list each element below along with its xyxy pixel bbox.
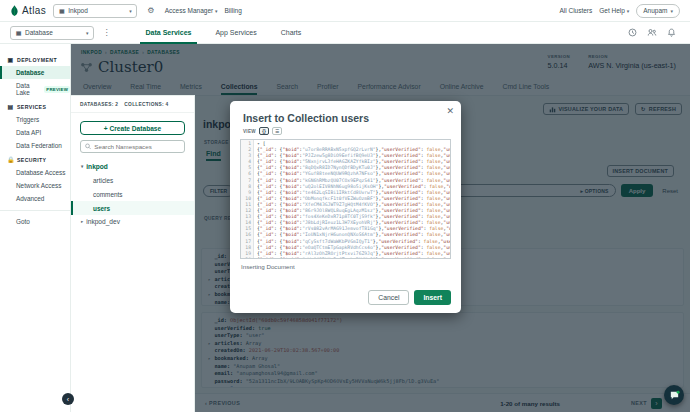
tree-database-inkpod_dev[interactable]: ▸inkpod_dev bbox=[71, 215, 194, 228]
code-token: "use bbox=[443, 178, 450, 183]
sidebar-item-database[interactable]: Database bbox=[0, 66, 70, 79]
insert-button[interactable]: Insert bbox=[414, 290, 451, 305]
code-token: "use bbox=[443, 202, 450, 207]
editor-code[interactable]: ▾ [{"_id": {"$oid":"u7or8eRRABxN5xpfGQ2r… bbox=[254, 140, 450, 258]
sidebar-item-label: Network Access bbox=[16, 182, 61, 189]
code-token: "$oid" bbox=[282, 202, 299, 207]
main-sidebar: ▣DEPLOYMENTDatabaseData LakePREVIEW▤SERV… bbox=[0, 44, 71, 412]
code-token: "_id" bbox=[260, 159, 274, 164]
close-icon[interactable]: ✕ bbox=[446, 106, 454, 116]
code-token: "_id" bbox=[260, 251, 274, 256]
code-token: "userVerified" bbox=[384, 184, 424, 189]
tree-collection-users[interactable]: users bbox=[71, 201, 194, 215]
code-token: "use bbox=[443, 257, 450, 258]
modal-overlay bbox=[71, 44, 690, 95]
sidebar-item-network-access[interactable]: Network Access bbox=[0, 179, 70, 192]
code-token: "_id" bbox=[260, 208, 274, 213]
code-token: false bbox=[426, 257, 440, 258]
code-token: "use bbox=[441, 239, 450, 244]
database-grid-icon: ▦ bbox=[15, 29, 22, 36]
code-token: false bbox=[426, 245, 440, 250]
code-token: "userVerified" bbox=[381, 257, 421, 258]
context-selector[interactable]: ▦ Database ▾ bbox=[10, 26, 94, 40]
code-token: "userVerified" bbox=[381, 159, 421, 164]
code-token: "_id" bbox=[260, 190, 274, 195]
subnav-tab-app-services[interactable]: App Services bbox=[203, 22, 268, 44]
org-grid-icon: ▦ bbox=[58, 7, 65, 14]
bell-icon[interactable] bbox=[667, 28, 676, 37]
code-token: "fos4XeKeDxR71p8TC0TjS9fk" bbox=[302, 214, 375, 219]
collections-panel: DATABASES: 2 COLLECTIONS: 4 + Create Dat… bbox=[71, 95, 195, 412]
sidebar-item-triggers[interactable]: Triggers bbox=[0, 113, 70, 126]
billing-link[interactable]: Billing bbox=[225, 7, 242, 14]
code-token: "use bbox=[443, 245, 450, 250]
code-token: "te462LqSIBi1IRktCd8UvrwT" bbox=[302, 190, 375, 195]
code-token: "userVerified" bbox=[381, 196, 421, 201]
product-tabs: Data ServicesApp ServicesCharts bbox=[134, 22, 314, 44]
server-icon: ▣ bbox=[7, 56, 14, 63]
namespace-search[interactable] bbox=[80, 140, 185, 153]
sidebar-item-label: Data Lake bbox=[16, 82, 41, 96]
insert-document-modal: ✕ Insert to Collection users VIEW {} ☰ 1… bbox=[230, 101, 461, 313]
json-view-button[interactable]: {} bbox=[259, 127, 269, 135]
code-token: "$oid" bbox=[282, 245, 299, 250]
code-token: "$oid" bbox=[282, 226, 299, 231]
preview-badge: PREVIEW bbox=[44, 86, 70, 93]
code-token: false bbox=[426, 147, 440, 152]
tree-database-inkpod[interactable]: ▾inkpod bbox=[71, 160, 194, 173]
editor-line: {"_id": {"$oid":"uWnQf8RkXoPz4TgqLm2VdYc… bbox=[257, 257, 450, 258]
users-icon[interactable] bbox=[647, 28, 657, 37]
code-token: "$oid" bbox=[282, 190, 299, 195]
code-token: "J8bLdjRIeuz1L3H7XEyohVRj" bbox=[302, 220, 375, 225]
org-name: Inkpod bbox=[68, 7, 126, 14]
code-token: false bbox=[424, 239, 438, 244]
org-settings-gear-icon[interactable]: ⚙ bbox=[144, 4, 158, 18]
tree-collection-articles[interactable]: articles bbox=[71, 173, 194, 187]
support-chat-button[interactable] bbox=[664, 385, 684, 405]
code-token: false bbox=[426, 159, 440, 164]
chevron-down-icon: ▾ bbox=[670, 8, 673, 14]
sidebar-collapse-button[interactable]: ‹ bbox=[62, 393, 74, 405]
org-selector[interactable]: ▦ Inkpod ▾ bbox=[53, 4, 137, 18]
code-token: "$oid" bbox=[282, 147, 299, 152]
code-token: false bbox=[426, 171, 440, 176]
sidebar-item-goto[interactable]: Goto bbox=[0, 215, 70, 228]
kebab-menu-icon[interactable]: ⋮ bbox=[100, 26, 114, 40]
create-database-button[interactable]: + Create Database bbox=[80, 121, 185, 135]
code-token: "5NxnjrvL3feHAGZKAZYfkBIz" bbox=[302, 159, 375, 164]
get-help-menu[interactable]: Get Help ▾ bbox=[599, 7, 629, 14]
cancel-button[interactable]: Cancel bbox=[368, 290, 409, 305]
activity-feed-icon[interactable] bbox=[628, 28, 637, 37]
sidebar-item-advanced[interactable]: Advanced bbox=[0, 192, 70, 205]
database-name: inkpod_dev bbox=[86, 218, 120, 225]
code-token: "userVerified" bbox=[378, 239, 418, 244]
sidebar-item-data-lake[interactable]: Data LakePREVIEW bbox=[0, 79, 70, 99]
collections-count: COLLECTIONS: 4 bbox=[124, 102, 168, 107]
subnav-tab-data-services[interactable]: Data Services bbox=[134, 22, 204, 44]
user-menu[interactable]: Anupam ▾ bbox=[636, 4, 680, 18]
code-token: "userVerified" bbox=[381, 153, 421, 158]
code-token: "_id" bbox=[260, 165, 274, 170]
code-token: "_id" bbox=[260, 147, 274, 152]
sidebar-item-data-api[interactable]: Data API bbox=[0, 126, 70, 139]
sidebar-item-database-access[interactable]: Database Access bbox=[0, 166, 70, 179]
access-manager-link[interactable]: Access Manager ▾ bbox=[165, 7, 218, 14]
code-token: "YGuf88teeNQUW9RQzhA7NFso" bbox=[302, 171, 375, 176]
json-editor[interactable]: 1234567891011121314151617181920 ▾ [{"_id… bbox=[240, 139, 451, 259]
editor-line-numbers: 1234567891011121314151617181920 bbox=[241, 140, 254, 258]
code-token: "_id" bbox=[260, 245, 274, 250]
all-clusters-link[interactable]: All Clusters bbox=[559, 7, 592, 14]
code-token: "_id" bbox=[260, 178, 274, 183]
subnav-tab-charts[interactable]: Charts bbox=[269, 22, 314, 44]
code-token: "use bbox=[443, 214, 450, 219]
namespace-tree: ▾inkpodarticlescommentsusers▸inkpod_dev bbox=[71, 160, 194, 228]
sidebar-item-data-federation[interactable]: Data Federation bbox=[0, 139, 70, 152]
code-token: "uWnQf8RkXoPz4TgqLm2VdYc1" bbox=[302, 257, 375, 258]
sidebar-item-label: Database Access bbox=[16, 169, 65, 176]
code-token: "$oid" bbox=[282, 220, 299, 225]
list-view-button[interactable]: ☰ bbox=[272, 127, 282, 135]
code-token: false bbox=[426, 202, 440, 207]
tree-collection-comments[interactable]: comments bbox=[71, 187, 194, 201]
section-title: DEPLOYMENT bbox=[17, 57, 57, 63]
search-input[interactable] bbox=[94, 143, 180, 150]
